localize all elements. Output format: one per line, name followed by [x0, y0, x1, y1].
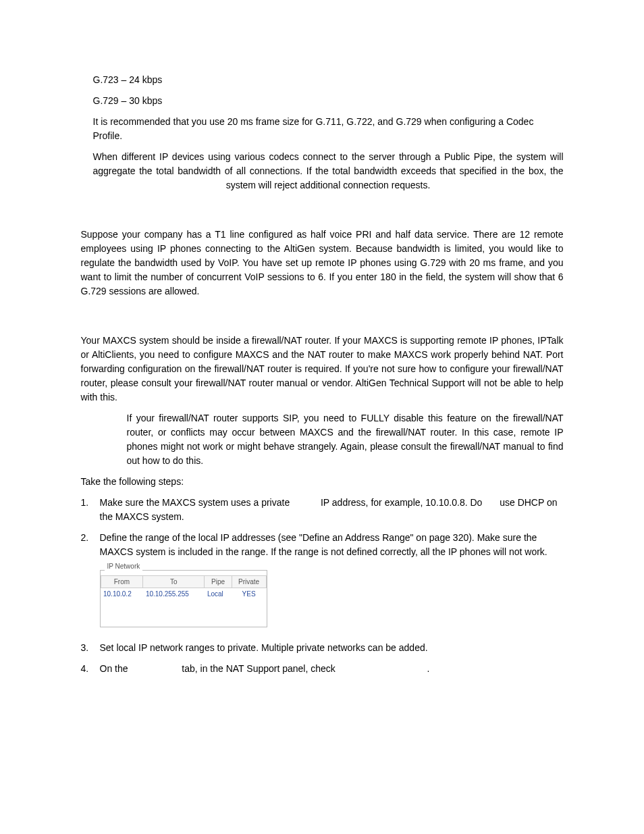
bandwidth-aggregation-note: When different IP devices using various … — [93, 150, 564, 192]
table-row[interactable]: 10.10.0.2 10.10.255.255 Local YES — [101, 588, 266, 600]
cell-to: 10.10.255.255 — [143, 588, 205, 600]
step-1-text-a: Make sure the MAXCS system uses a privat… — [100, 497, 293, 508]
steps-intro: Take the following steps: — [81, 475, 564, 489]
col-private: Private — [232, 576, 266, 588]
step-3-text: Set local IP network ranges to private. … — [100, 642, 428, 653]
step-marker: 2. — [81, 531, 89, 545]
col-to: To — [143, 576, 205, 588]
step-2: 2. Define the range of the local IP addr… — [81, 531, 564, 627]
ip-network-panel: IP Network From To Pipe Private — [100, 570, 267, 627]
step-marker: 3. — [81, 641, 89, 655]
step-marker: 1. — [81, 496, 89, 510]
step-4-text-c: . — [427, 663, 430, 674]
document-page: G.723 – 24 kbps G.729 – 30 kbps It is re… — [81, 0, 564, 676]
sip-disable-note: If your firewall/NAT router supports SIP… — [127, 411, 564, 468]
nat-overview: Your MAXCS system should be inside a fir… — [81, 334, 564, 405]
codec-recommendation: It is recommended that you use 20 ms fra… — [93, 115, 564, 143]
bandwidth-example: Suppose your company has a T1 line confi… — [81, 228, 564, 298]
step-marker: 4. — [81, 662, 89, 676]
step-4-text-b: tab, in the NAT Support panel, check — [182, 663, 338, 674]
step-4-text-a: On the — [100, 663, 131, 674]
step-3: 3. Set local IP network ranges to privat… — [81, 641, 564, 655]
cell-pipe: Local — [205, 588, 232, 600]
step-4: 4. On the tab, in the NAT Support panel,… — [81, 662, 564, 676]
step-1: 1. Make sure the MAXCS system uses a pri… — [81, 496, 564, 524]
step-1-text-b: IP address, for example, 10.10.0.8. Do — [321, 497, 485, 508]
step-2-text: Define the range of the local IP address… — [100, 532, 547, 557]
steps-list: 1. Make sure the MAXCS system uses a pri… — [81, 496, 564, 676]
cell-from: 10.10.0.2 — [101, 588, 143, 600]
ip-network-table: From To Pipe Private 10.10.0.2 10.10.255… — [101, 575, 267, 600]
col-from: From — [101, 576, 143, 588]
codec-g723-line: G.723 – 24 kbps — [93, 73, 564, 87]
col-pipe: Pipe — [205, 576, 232, 588]
ip-network-legend: IP Network — [105, 561, 143, 571]
cell-private: YES — [232, 588, 266, 600]
codec-g729-line: G.729 – 30 kbps — [93, 94, 564, 108]
